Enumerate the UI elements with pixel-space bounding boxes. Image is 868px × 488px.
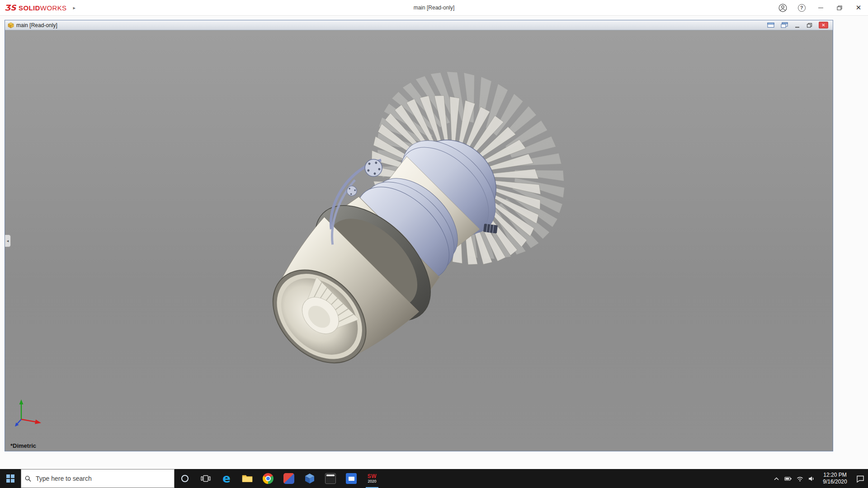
app-workspace: main [Read-only] xyxy=(0,16,868,469)
collapse-arrow-icon: ◂ xyxy=(7,239,9,243)
mount-bracket[interactable] xyxy=(483,224,498,234)
view-orientation-label: *Dimetric xyxy=(10,442,36,449)
action-center-button[interactable] xyxy=(853,469,868,488)
taskbar-clock[interactable]: 12:20 PM 9/16/2020 xyxy=(817,472,853,485)
cortana-icon xyxy=(181,475,189,482)
pinned-app-button-2[interactable] xyxy=(299,469,320,488)
cascade-windows-icon[interactable] xyxy=(781,22,788,28)
taskbar-search-input[interactable] xyxy=(35,474,170,483)
titlebar-controls: ? ✕ xyxy=(773,0,868,15)
menu-expand-arrow-icon[interactable]: ▸ xyxy=(73,5,76,11)
minimize-button[interactable] xyxy=(811,0,830,15)
terminal-app-icon xyxy=(325,473,336,484)
media-app-icon xyxy=(346,473,357,484)
help-icon[interactable]: ? xyxy=(792,0,811,15)
windows-logo-icon xyxy=(6,474,14,483)
tray-overflow-button[interactable] xyxy=(770,469,782,488)
document-restore-button[interactable] xyxy=(807,23,812,28)
brand-light: WORKS xyxy=(40,4,67,12)
brand-bold: SOLID xyxy=(19,4,40,12)
solidworks-glyph: SW xyxy=(368,474,377,479)
graphics-viewport[interactable]: ◂ *Dimetric xyxy=(5,30,833,451)
assembly-icon xyxy=(8,22,14,28)
cube-app-icon xyxy=(305,473,315,484)
task-view-icon xyxy=(201,475,211,482)
solidworks-app-icon: SW 2020 xyxy=(368,474,377,484)
featuremanager-collapse-tab[interactable]: ◂ xyxy=(5,235,11,247)
chevron-up-icon xyxy=(773,476,780,481)
start-button[interactable] xyxy=(0,469,21,488)
svg-text:ƷS: ƷS xyxy=(5,3,16,12)
app-titlebar: ƷS SOLIDWORKS ▸ main [Read-only] ? ✕ xyxy=(0,0,868,16)
engine-model[interactable] xyxy=(220,59,582,411)
file-explorer-button[interactable] xyxy=(237,469,258,488)
network-status[interactable] xyxy=(794,469,806,488)
solidworks-version-badge: 2020 xyxy=(368,479,377,483)
solidworks-logo-mark: ƷS xyxy=(5,3,16,12)
solidworks-logo: ƷS SOLIDWORKS xyxy=(0,3,67,12)
clock-time: 12:20 PM xyxy=(823,472,846,479)
app-tile-icon xyxy=(283,473,294,484)
chrome-icon xyxy=(263,473,274,484)
pinned-app-button-3[interactable] xyxy=(320,469,341,488)
taskbar-search[interactable] xyxy=(21,469,175,488)
document-minimize-button[interactable] xyxy=(794,23,800,28)
orientation-triad xyxy=(13,396,49,432)
edge-icon: e xyxy=(222,473,231,484)
task-view-button[interactable] xyxy=(195,469,216,488)
chrome-button[interactable] xyxy=(258,469,278,488)
pinned-app-button-4[interactable] xyxy=(341,469,362,488)
window-title: main [Read-only] xyxy=(414,5,455,11)
wifi-icon xyxy=(796,475,804,482)
document-close-button[interactable]: ✕ xyxy=(819,22,828,28)
search-icon xyxy=(25,475,31,482)
battery-icon xyxy=(784,475,792,482)
cortana-button[interactable] xyxy=(175,469,195,488)
close-button[interactable]: ✕ xyxy=(849,0,868,15)
speaker-icon xyxy=(808,475,815,482)
document-window-controls: ✕ xyxy=(767,22,830,28)
solidworks-taskbar-button[interactable]: SW 2020 xyxy=(362,469,382,488)
account-icon[interactable] xyxy=(773,0,792,15)
document-window: main [Read-only] xyxy=(5,20,833,451)
document-titlebar: main [Read-only] xyxy=(5,20,833,30)
volume-status[interactable] xyxy=(806,469,817,488)
brand-text: SOLIDWORKS xyxy=(19,4,67,12)
file-explorer-icon xyxy=(242,474,253,483)
pinned-app-button-1[interactable] xyxy=(278,469,299,488)
action-center-icon xyxy=(856,475,864,483)
windows-taskbar: e SW 2020 xyxy=(0,469,868,488)
clock-date: 9/16/2020 xyxy=(823,479,847,485)
document-title: main [Read-only] xyxy=(16,22,57,28)
edge-button[interactable]: e xyxy=(216,469,237,488)
battery-status[interactable] xyxy=(782,469,794,488)
restore-button[interactable] xyxy=(830,0,849,15)
tile-windows-icon[interactable] xyxy=(767,22,774,28)
system-tray: 12:20 PM 9/16/2020 xyxy=(770,469,868,488)
